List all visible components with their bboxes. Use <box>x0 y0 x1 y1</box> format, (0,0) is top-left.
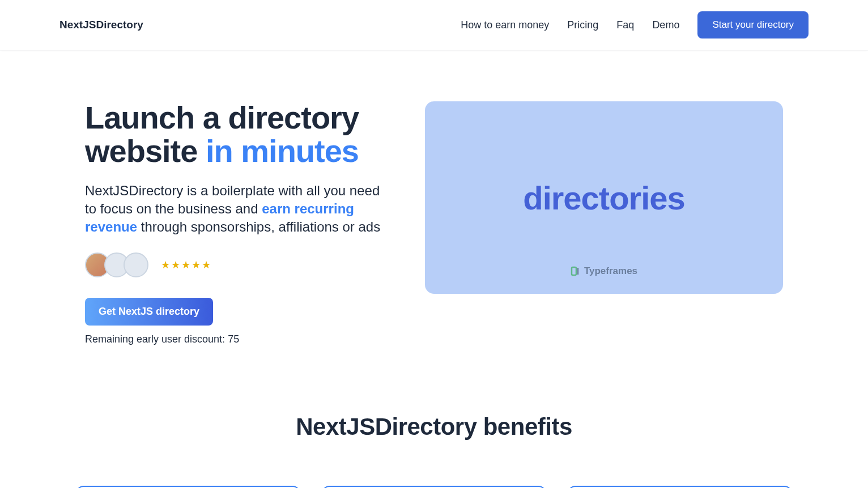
benefits-cards <box>0 440 868 488</box>
star-icon: ★ <box>161 259 170 271</box>
logo[interactable]: NextJSDirectory <box>59 19 143 31</box>
discount-text: Remaining early user discount: 75 <box>85 333 391 345</box>
svg-rect-0 <box>572 267 576 275</box>
typeframes-icon <box>571 266 580 276</box>
nav-demo[interactable]: Demo <box>652 19 679 31</box>
hero-content: Launch a directory website in minutes Ne… <box>85 101 391 345</box>
star-icon: ★ <box>192 259 201 271</box>
typeframes-brand: Typeframes <box>571 266 637 277</box>
nav-pricing[interactable]: Pricing <box>567 19 598 31</box>
social-proof: ★ ★ ★ ★ ★ <box>85 252 391 277</box>
nav-earn-money[interactable]: How to earn money <box>461 19 549 31</box>
get-nextjs-directory-button[interactable]: Get NextJS directory <box>85 298 213 326</box>
hero-title-line2a: website <box>85 133 206 169</box>
avatars <box>85 252 148 277</box>
site-header: NextJSDirectory How to earn money Pricin… <box>0 0 868 50</box>
discount-label: Remaining early user discount: <box>85 333 228 345</box>
rating-stars: ★ ★ ★ ★ ★ <box>161 259 211 271</box>
hero-preview: directories Typeframes <box>425 101 783 294</box>
hero-section: Launch a directory website in minutes Ne… <box>0 50 868 379</box>
preview-title: directories <box>523 179 685 217</box>
nav-faq[interactable]: Faq <box>616 19 634 31</box>
star-icon: ★ <box>202 259 211 271</box>
benefit-card <box>76 486 300 488</box>
hero-title: Launch a directory website in minutes <box>85 101 391 168</box>
hero-title-accent: in minutes <box>206 133 359 169</box>
typeframes-label: Typeframes <box>584 266 637 277</box>
avatar <box>124 252 148 277</box>
benefit-card <box>568 486 792 488</box>
hero-title-line1: Launch a directory <box>85 100 359 135</box>
hero-subtitle-part2: through sponsorships, affiliations or ad… <box>137 219 380 234</box>
hero-subtitle: NextJSDirectory is a boilerplate with al… <box>85 182 391 237</box>
start-directory-button[interactable]: Start your directory <box>697 11 809 38</box>
benefits-title: NextJSDirectory benefits <box>0 413 868 440</box>
discount-count: 75 <box>228 333 239 345</box>
star-icon: ★ <box>171 259 180 271</box>
star-icon: ★ <box>181 259 190 271</box>
main-nav: How to earn money Pricing Faq Demo Start… <box>461 11 809 38</box>
benefit-card <box>322 486 546 488</box>
